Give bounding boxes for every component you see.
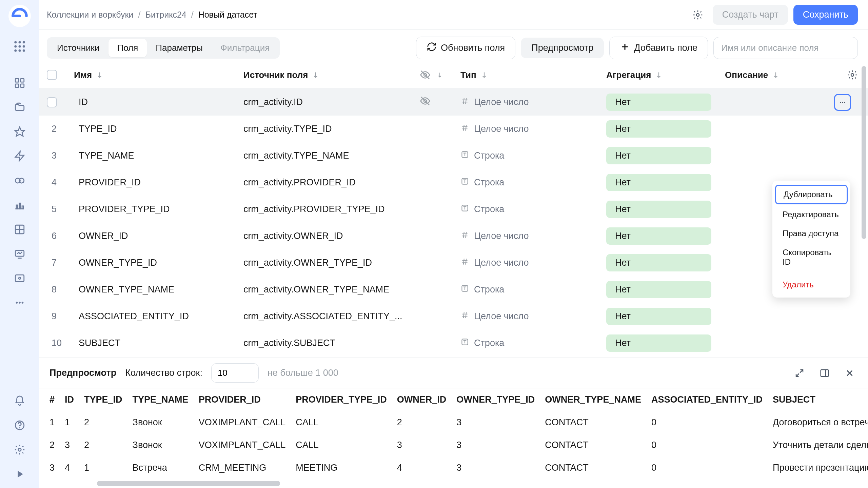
logo[interactable] [8,5,31,27]
preview-col-header[interactable]: OWNER_TYPE_ID [456,388,545,411]
preview-col-header[interactable]: OWNER_TYPE_NAME [545,388,651,411]
field-row[interactable]: 10SUBJECTcrm_activity.SUBJECTСтрокаНет [39,330,868,357]
ctx-edit[interactable]: Редактировать [775,206,848,223]
col-name-label: Имя [74,70,92,80]
nav-bolt-icon[interactable] [8,145,31,167]
type-icon [460,97,469,108]
col-source[interactable]: Источник поля [243,70,420,80]
nav-bell-icon[interactable] [8,390,31,412]
apps-grid-icon[interactable] [8,35,31,58]
field-agg[interactable]: Нет [606,308,725,325]
field-agg[interactable]: Нет [606,94,725,111]
eye-off-icon [420,69,431,80]
select-all-checkbox[interactable] [47,70,57,80]
tab-filter[interactable]: Фильтрация [212,39,278,57]
nav-play-icon[interactable] [8,463,31,485]
field-row[interactable]: 4PROVIDER_IDcrm_activity.PROVIDER_IDСтро… [39,169,868,196]
preview-col-header[interactable]: ID [65,388,84,411]
field-agg[interactable]: Нет [606,334,725,352]
close-icon[interactable] [842,365,858,381]
field-agg[interactable]: Нет [606,120,725,138]
field-agg[interactable]: Нет [606,254,725,271]
nav-grid-plus-icon[interactable] [8,218,31,241]
preview-col-header[interactable]: ASSOCIATED_ENTITY_ID [651,388,773,411]
field-row[interactable]: 6OWNER_IDcrm_activity.OWNER_IDЦелое числ… [39,223,868,249]
field-row[interactable]: 5PROVIDER_TYPE_IDcrm_activity.PROVIDER_T… [39,196,868,223]
field-row[interactable]: 11COMPLETEDcrm_activity.COMPLETEDСтрокаН… [39,357,868,358]
preview-cell: 3 [456,456,545,479]
col-agg[interactable]: Агрегация [606,70,725,80]
field-row[interactable]: IDcrm_activity.IDЦелое числоНет [39,89,868,116]
svg-point-24 [16,302,18,304]
ctx-copy-id[interactable]: Скопировать ID [775,244,848,271]
nav-dashboards-icon[interactable] [8,72,31,94]
breadcrumb: Коллекции и воркбуки / Битрикс24 / Новый… [47,10,257,20]
field-agg[interactable]: Нет [606,227,725,245]
add-field-button[interactable]: Добавить поле [609,37,708,59]
nav-monitor-icon[interactable] [8,243,31,265]
tab-fields[interactable]: Поля [108,39,147,57]
preview-col-header[interactable]: PROVIDER_ID [199,388,296,411]
preview-hscroll-thumb[interactable] [97,481,280,486]
create-chart-button[interactable]: Создать чарт [713,5,788,25]
breadcrumb-seg[interactable]: Коллекции и воркбуки [47,10,134,20]
nav-star-icon[interactable] [8,121,31,143]
fields-scrollbar[interactable] [862,66,866,239]
svg-point-31 [696,14,699,16]
nav-reports-icon[interactable] [8,267,31,289]
preview-button[interactable]: Предпросмотр [521,38,604,58]
preview-cell: Встреча [133,456,199,479]
field-agg[interactable]: Нет [606,174,725,191]
sort-icon [480,70,489,79]
nav-more-icon[interactable] [8,291,31,314]
ctx-delete[interactable]: Удалить [775,276,848,293]
field-row[interactable]: 3TYPE_NAMEcrm_activity.TYPE_NAMEСтрокаНе… [39,142,868,169]
type-icon [460,338,469,349]
row-checkbox[interactable] [47,97,57,107]
col-settings[interactable] [827,69,858,80]
breadcrumb-seg[interactable]: Битрикс24 [145,10,186,20]
ctx-permissions[interactable]: Права доступа [775,225,848,242]
col-type[interactable]: Тип [460,70,606,80]
field-agg[interactable]: Нет [606,147,725,164]
col-desc[interactable]: Описание [725,70,827,80]
rows-input[interactable] [211,363,259,383]
col-name[interactable]: Имя [74,70,243,80]
tab-sources[interactable]: Источники [48,39,108,57]
save-button[interactable]: Сохранить [793,5,858,25]
search-input[interactable] [713,37,858,59]
nav-chart-icon[interactable] [8,194,31,216]
nav-link-icon[interactable] [8,169,31,192]
preview-col-header[interactable]: # [50,388,65,411]
sidepanel-icon[interactable] [816,365,833,381]
field-agg[interactable]: Нет [606,201,725,218]
row-more-button[interactable] [834,94,851,111]
preview-col-header[interactable]: SUBJECT [773,388,868,411]
visibility-toggle[interactable] [420,96,460,109]
expand-icon[interactable] [791,365,808,381]
field-name: PROVIDER_ID [74,177,243,188]
field-name: TYPE_NAME [74,150,243,161]
nav-settings-icon[interactable] [8,439,31,461]
preview-col-header[interactable]: TYPE_ID [84,388,133,411]
field-row[interactable]: 7OWNER_TYPE_IDcrm_activity.OWNER_TYPE_ID… [39,249,868,276]
nav-folders-icon[interactable] [8,96,31,119]
field-row[interactable]: 8OWNER_TYPE_NAMEcrm_activity.OWNER_TYPE_… [39,276,868,303]
field-type: Строка [460,338,606,349]
field-agg[interactable]: Нет [606,281,725,298]
tab-params[interactable]: Параметры [147,39,212,57]
sort-icon [95,70,104,79]
preview-cell: 2 [50,434,65,456]
field-row[interactable]: 9ASSOCIATED_ENTITY_IDcrm_activity.ASSOCI… [39,303,868,330]
preview-col-header[interactable]: OWNER_ID [397,388,457,411]
svg-rect-9 [15,79,19,82]
settings-icon[interactable] [688,5,707,24]
nav-help-icon[interactable] [8,414,31,436]
svg-rect-22 [15,275,24,282]
ctx-duplicate[interactable]: Дублировать [775,185,848,204]
preview-col-header[interactable]: TYPE_NAME [133,388,199,411]
col-visibility[interactable] [420,69,460,80]
field-row[interactable]: 2TYPE_IDcrm_activity.TYPE_IDЦелое числоН… [39,116,868,142]
refresh-fields-button[interactable]: Обновить поля [416,37,515,59]
preview-col-header[interactable]: PROVIDER_TYPE_ID [296,388,397,411]
